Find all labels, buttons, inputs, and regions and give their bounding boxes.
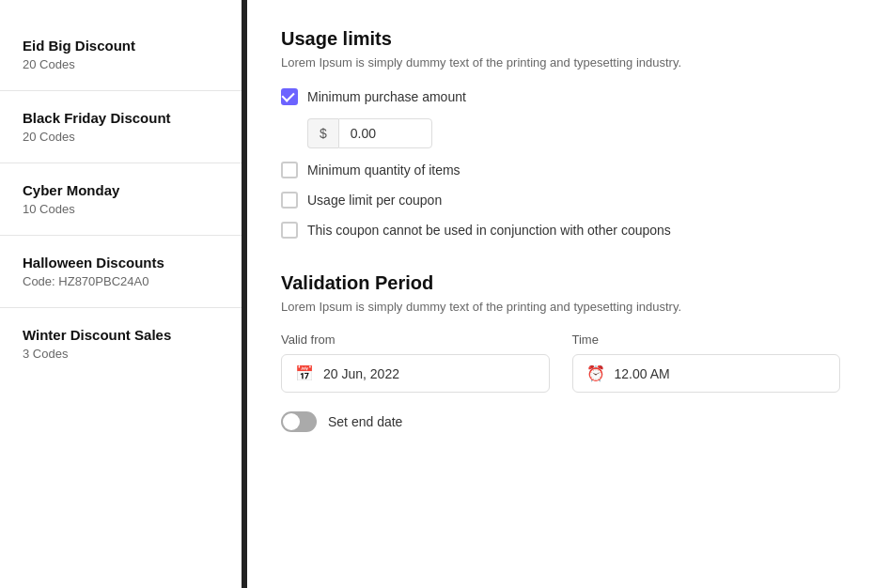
- usage-options-container: Minimum purchase amount $ Minimum quanti…: [281, 88, 840, 239]
- sidebar-item-sub-3: Code: HZ870PBC24A0: [23, 274, 219, 288]
- checkbox-row-no-conjunction: This coupon cannot be used in conjunctio…: [281, 222, 840, 239]
- sidebar-item-0[interactable]: Eid Big Discount 20 Codes: [0, 19, 242, 91]
- checkbox-row-usage-limit: Usage limit per coupon: [281, 192, 840, 209]
- time-input[interactable]: ⏰ 12.00 AM: [572, 354, 841, 393]
- sidebar-item-sub-4: 3 Codes: [23, 347, 219, 361]
- currency-symbol: $: [307, 118, 338, 148]
- valid-from-label: Valid from: [281, 333, 550, 347]
- set-end-date-label: Set end date: [328, 414, 402, 429]
- checkbox-label-min-qty: Minimum quantity of items: [307, 162, 460, 178]
- date-time-row: Valid from 📅 20 Jun, 2022 Time ⏰ 12.00 A…: [281, 333, 840, 393]
- validation-period-desc: Lorem Ipsum is simply dummy text of the …: [281, 300, 840, 314]
- sidebar-item-4[interactable]: Winter Discount Sales 3 Codes: [0, 308, 242, 379]
- set-end-date-row: Set end date: [281, 411, 840, 432]
- amount-input[interactable]: [338, 118, 432, 148]
- clock-icon: ⏰: [586, 364, 605, 382]
- toggle-knob: [283, 413, 300, 430]
- time-value: 12.00 AM: [615, 366, 670, 381]
- validation-period-title: Validation Period: [281, 272, 840, 294]
- sidebar-item-2[interactable]: Cyber Monday 10 Codes: [0, 163, 242, 236]
- sidebar-item-title-2: Cyber Monday: [23, 182, 219, 198]
- set-end-date-toggle[interactable]: [281, 411, 317, 432]
- valid-from-input[interactable]: 📅 20 Jun, 2022: [281, 354, 550, 393]
- checkbox-label-no-conjunction: This coupon cannot be used in conjunctio…: [307, 223, 671, 238]
- validation-period-section: Validation Period Lorem Ipsum is simply …: [281, 272, 840, 432]
- checkbox-row-min-purchase: Minimum purchase amount: [281, 88, 840, 105]
- amount-input-row: $: [307, 118, 840, 148]
- usage-limits-section: Usage limits Lorem Ipsum is simply dummy…: [281, 28, 840, 239]
- sidebar-item-title-1: Black Friday Discount: [23, 110, 219, 126]
- checkbox-min-purchase[interactable]: [281, 88, 298, 105]
- sidebar-item-title-3: Halloween Discounts: [23, 255, 219, 271]
- sidebar-item-1[interactable]: Black Friday Discount 20 Codes: [0, 91, 242, 163]
- usage-limits-title: Usage limits: [281, 28, 840, 50]
- checkbox-label-usage-limit: Usage limit per coupon: [307, 193, 442, 208]
- time-label: Time: [572, 333, 841, 347]
- main-content: Usage limits Lorem Ipsum is simply dummy…: [247, 0, 874, 588]
- time-group: Time ⏰ 12.00 AM: [572, 333, 841, 393]
- calendar-icon: 📅: [295, 364, 314, 382]
- sidebar-item-sub-2: 10 Codes: [23, 202, 219, 216]
- valid-from-value: 20 Jun, 2022: [323, 366, 399, 381]
- checkbox-row-min-qty: Minimum quantity of items: [281, 162, 840, 178]
- checkbox-label-min-purchase: Minimum purchase amount: [307, 89, 466, 104]
- sidebar-item-sub-1: 20 Codes: [23, 130, 219, 144]
- sidebar: Eid Big Discount 20 Codes Black Friday D…: [0, 0, 244, 588]
- checkbox-no-conjunction[interactable]: [281, 222, 298, 239]
- sidebar-item-sub-0: 20 Codes: [23, 57, 219, 71]
- sidebar-item-title-0: Eid Big Discount: [23, 38, 219, 54]
- sidebar-item-3[interactable]: Halloween Discounts Code: HZ870PBC24A0: [0, 236, 242, 308]
- checkbox-usage-limit[interactable]: [281, 192, 298, 209]
- sidebar-item-title-4: Winter Discount Sales: [23, 327, 219, 343]
- checkbox-min-qty[interactable]: [281, 162, 298, 178]
- valid-from-group: Valid from 📅 20 Jun, 2022: [281, 333, 550, 393]
- usage-limits-desc: Lorem Ipsum is simply dummy text of the …: [281, 55, 840, 70]
